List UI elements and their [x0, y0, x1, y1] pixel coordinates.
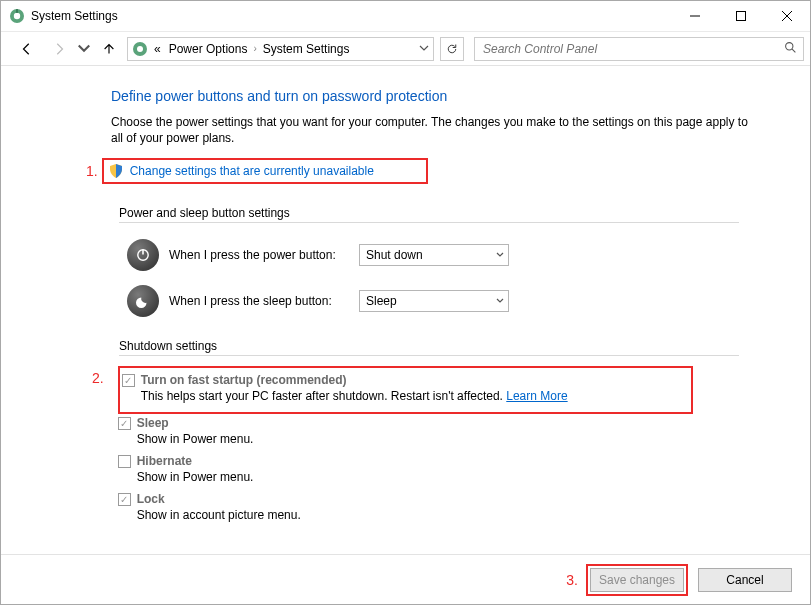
breadcrumb-parent[interactable]: Power Options [167, 40, 250, 58]
chevron-down-icon [496, 294, 504, 308]
sleep-row: ✓ Sleep [118, 414, 723, 432]
power-button-rows: When I press the power button: Shut down… [111, 229, 782, 317]
sleep-sub: Show in Power menu. [137, 432, 723, 446]
window-frame: System Settings [0, 0, 811, 605]
hibernate-sub: Show in Power menu. [137, 470, 723, 484]
fast-startup-row: ✓ Turn on fast startup (recommended) [122, 371, 685, 389]
shield-icon [108, 163, 124, 179]
hibernate-row: Hibernate [118, 452, 723, 470]
page-title: Define power buttons and turn on passwor… [111, 88, 782, 104]
hibernate-label: Hibernate [137, 454, 192, 468]
sleep-checkbox[interactable]: ✓ [118, 417, 131, 430]
admin-link-highlight: Change settings that are currently unava… [102, 158, 428, 184]
fast-startup-checkbox[interactable]: ✓ [122, 374, 135, 387]
up-button[interactable] [95, 35, 123, 63]
sleep-button-row: When I press the sleep button: Sleep [127, 285, 782, 317]
section-power-buttons-header: Power and sleep button settings [119, 206, 739, 223]
minimize-button[interactable] [672, 1, 718, 31]
sleep-button-label: When I press the sleep button: [169, 294, 349, 308]
power-icon [127, 239, 159, 271]
forward-button[interactable] [45, 35, 73, 63]
power-button-select[interactable]: Shut down [359, 244, 509, 266]
footer-bar: 3. Save changes Cancel [1, 554, 810, 604]
breadcrumb-separator: › [253, 43, 256, 54]
lock-row: ✓ Lock [118, 490, 723, 508]
address-bar[interactable]: « Power Options › System Settings [127, 37, 434, 61]
annotation-1: 1. [86, 163, 98, 179]
sleep-label: Sleep [137, 416, 169, 430]
nav-toolbar: « Power Options › System Settings [1, 31, 810, 65]
refresh-button[interactable] [440, 37, 464, 61]
lock-label: Lock [137, 492, 165, 506]
sleep-icon [127, 285, 159, 317]
svg-point-4 [137, 46, 143, 52]
svg-rect-2 [737, 12, 746, 21]
window-controls [672, 1, 810, 31]
fast-startup-highlight: ✓ Turn on fast startup (recommended) Thi… [118, 366, 693, 414]
lock-checkbox[interactable]: ✓ [118, 493, 131, 506]
search-icon[interactable] [784, 41, 797, 57]
lock-sub: Show in account picture menu. [137, 508, 723, 522]
hibernate-checkbox[interactable] [118, 455, 131, 468]
sleep-button-value: Sleep [366, 294, 397, 308]
search-input[interactable] [481, 41, 784, 57]
svg-point-5 [786, 42, 793, 49]
shutdown-settings-list: ✓ Turn on fast startup (recommended) Thi… [106, 362, 723, 528]
sleep-button-select[interactable]: Sleep [359, 290, 509, 312]
window-title: System Settings [31, 9, 118, 23]
content-area: Define power buttons and turn on passwor… [1, 66, 810, 554]
fast-startup-sub: This helps start your PC faster after sh… [141, 389, 685, 403]
save-button-highlight: Save changes [586, 564, 688, 596]
annotation-2: 2. [92, 370, 104, 386]
title-bar: System Settings [1, 1, 810, 31]
breadcrumb-root[interactable]: « [152, 40, 163, 58]
section-shutdown-header: Shutdown settings [119, 339, 739, 356]
change-settings-link[interactable]: Change settings that are currently unava… [130, 164, 374, 178]
breadcrumb-current[interactable]: System Settings [261, 40, 352, 58]
chevron-down-icon [496, 248, 504, 262]
page-description: Choose the power settings that you want … [111, 114, 751, 146]
power-button-value: Shut down [366, 248, 423, 262]
annotation-3: 3. [566, 572, 578, 588]
fast-startup-label: Turn on fast startup (recommended) [141, 373, 347, 387]
save-button[interactable]: Save changes [590, 568, 684, 592]
close-button[interactable] [764, 1, 810, 31]
learn-more-link[interactable]: Learn More [506, 389, 567, 403]
svg-point-1 [14, 13, 20, 19]
address-dropdown-icon[interactable] [419, 42, 429, 56]
app-icon [9, 8, 25, 24]
maximize-button[interactable] [718, 1, 764, 31]
location-icon [132, 41, 148, 57]
history-dropdown[interactable] [77, 35, 91, 63]
power-button-label: When I press the power button: [169, 248, 349, 262]
cancel-button[interactable]: Cancel [698, 568, 792, 592]
search-field[interactable] [474, 37, 804, 61]
power-button-row: When I press the power button: Shut down [127, 239, 782, 271]
back-button[interactable] [13, 35, 41, 63]
